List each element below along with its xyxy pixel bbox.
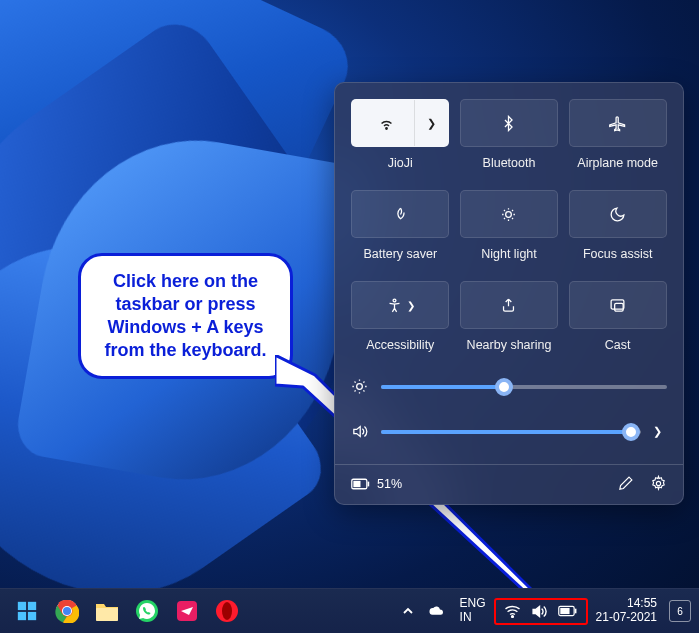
svg-rect-12 [28,602,36,610]
airplane-icon [609,115,626,132]
battery-saver-toggle[interactable] [351,190,449,238]
brightness-slider[interactable] [381,385,667,389]
quick-settings-panel: ❯ JioJi Bluetooth Airplane mode [334,82,684,505]
settings-button[interactable] [650,475,667,492]
notification-count: 6 [677,606,683,617]
svg-rect-4 [611,299,624,308]
bluetooth-label: Bluetooth [483,156,536,170]
volume-icon [351,423,369,440]
airplane-mode-toggle[interactable] [569,99,667,147]
date-text: 21-07-2021 [596,611,657,625]
volume-tray-icon [531,604,548,619]
battery-percent: 51% [377,477,402,491]
onedrive-tray-icon[interactable] [422,605,452,617]
svg-point-6 [357,384,363,390]
battery-icon [351,478,370,490]
svg-point-2 [506,211,512,217]
svg-rect-8 [353,480,360,486]
callout-text: Click here on the taskbar or press Windo… [104,271,266,360]
accessibility-chevron-icon: ❯ [407,300,415,311]
nearby-sharing-label: Nearby sharing [467,338,552,352]
volume-slider[interactable] [381,430,641,434]
system-tray-highlighted[interactable] [494,598,588,625]
brightness-icon [351,378,369,395]
svg-rect-9 [368,481,370,486]
tray-chevron[interactable] [396,605,420,617]
nearby-sharing-toggle[interactable] [460,281,558,329]
cast-toggle[interactable] [569,281,667,329]
accessibility-icon [386,297,403,314]
focus-assist-icon [609,206,626,223]
brightness-slider-row [351,378,667,395]
svg-rect-19 [96,608,118,621]
svg-point-24 [511,616,513,618]
edit-button[interactable] [617,475,634,492]
svg-point-23 [222,602,232,620]
volume-slider-row: ❯ [351,423,667,440]
notification-center[interactable]: 6 [669,600,691,622]
svg-point-1 [386,127,387,128]
night-light-label: Night light [481,247,537,261]
chrome-app[interactable] [48,592,86,630]
cast-icon [609,297,626,314]
focus-assist-toggle[interactable] [569,190,667,238]
wifi-icon [378,115,395,132]
file-explorer-app[interactable] [88,592,126,630]
nearby-sharing-icon [500,297,517,314]
volume-expand-chevron-icon[interactable]: ❯ [653,425,667,438]
night-light-icon [500,206,517,223]
lang-line1: ENG [460,597,486,611]
svg-point-18 [63,607,71,615]
battery-saver-icon [392,206,409,223]
wifi-expand-chevron-icon[interactable]: ❯ [414,100,448,146]
bluetooth-icon [500,115,517,132]
taskbar: ENG IN 14:55 21-07-2021 6 [0,588,699,633]
night-light-toggle[interactable] [460,190,558,238]
wifi-toggle[interactable]: ❯ [351,99,449,147]
svg-point-3 [393,299,396,302]
accessibility-label: Accessibility [366,338,434,352]
pinned-app-1[interactable] [168,592,206,630]
opera-app[interactable] [208,592,246,630]
quick-settings-footer: 51% [351,465,667,492]
accessibility-toggle[interactable]: ❯ [351,281,449,329]
airplane-label: Airplane mode [577,156,658,170]
svg-rect-13 [18,612,26,620]
desktop: Click here on the taskbar or press Windo… [0,0,699,633]
focus-assist-label: Focus assist [583,247,652,261]
clock[interactable]: 14:55 21-07-2021 [590,597,663,625]
svg-rect-26 [560,608,569,614]
svg-rect-11 [18,602,26,610]
svg-rect-5 [615,303,624,311]
battery-status[interactable]: 51% [351,477,402,491]
wifi-tray-icon [504,604,521,618]
wifi-label: JioJi [388,156,413,170]
svg-rect-14 [28,612,36,620]
cast-label: Cast [605,338,631,352]
svg-point-10 [656,481,660,485]
bluetooth-toggle[interactable] [460,99,558,147]
whatsapp-app[interactable] [128,592,166,630]
instruction-callout: Click here on the taskbar or press Windo… [78,253,293,379]
battery-tray-icon [558,605,578,617]
lang-line2: IN [460,611,486,625]
start-button[interactable] [8,592,46,630]
language-indicator[interactable]: ENG IN [454,597,492,625]
quick-settings-grid: ❯ JioJi Bluetooth Airplane mode [351,99,667,356]
battery-saver-label: Battery saver [364,247,438,261]
time-text: 14:55 [596,597,657,611]
svg-rect-27 [575,609,577,614]
